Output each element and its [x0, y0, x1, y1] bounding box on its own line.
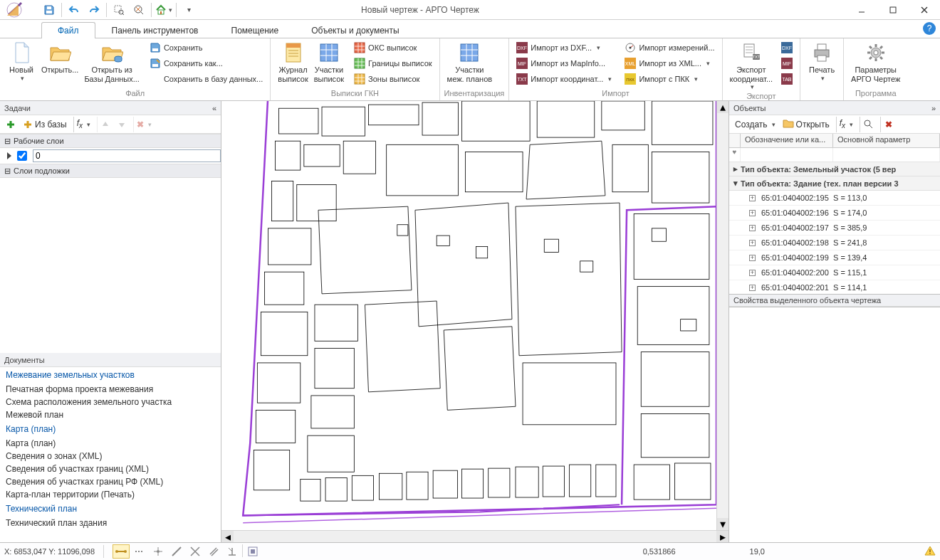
layer-name-input[interactable]	[33, 149, 221, 162]
doc-item[interactable]: Карта (план)	[0, 437, 221, 450]
import-meas-button[interactable]: Импорт измерений...	[622, 40, 717, 56]
snap-intersection-icon[interactable]	[187, 544, 204, 559]
settings-button[interactable]: Параметры АРГО Чертеж	[848, 40, 903, 85]
fx-obj-button[interactable]: fx	[836, 117, 856, 132]
canvas-vscroll[interactable]: ▴▾	[716, 101, 728, 530]
doc-group-karta[interactable]: Карта (план)	[0, 421, 221, 437]
maximize-button[interactable]	[877, 0, 909, 20]
qat-zoom-selection-icon[interactable]	[110, 2, 128, 18]
import-coords-button[interactable]: TXTИмпорт координат...	[513, 71, 615, 87]
open-button[interactable]: Открыть...	[38, 40, 81, 76]
canvas[interactable]	[221, 101, 716, 530]
import-pkk-button[interactable]: ПККИмпорт с ПКК	[622, 71, 717, 87]
obj-row[interactable]: +65:01:0404002:201S = 114,1	[729, 280, 940, 294]
export-dxf-button[interactable]: DXF	[778, 40, 795, 56]
delete-obj-button[interactable]: ✖	[880, 117, 896, 132]
close-button[interactable]	[909, 0, 940, 20]
qat-customize-icon[interactable]: ▾	[179, 2, 198, 18]
objects-filter-row[interactable]: ♥	[729, 148, 940, 162]
snap-parallel-icon[interactable]	[205, 544, 222, 559]
print-button[interactable]: Печать	[805, 40, 839, 83]
minimize-button[interactable]	[846, 0, 877, 20]
warning-icon[interactable]	[924, 545, 936, 558]
mez-parcels-button[interactable]: Участки меж. планов	[444, 40, 496, 85]
fx-button[interactable]: fx	[73, 117, 93, 132]
panel-collapse-icon[interactable]: «	[212, 104, 216, 112]
qat-undo-icon[interactable]	[65, 2, 83, 18]
layer-row[interactable]	[0, 148, 221, 164]
export-coords-button[interactable]: TXT Экспорт координат...	[727, 40, 776, 92]
doc-item[interactable]: Печатная форма проекта межевания	[0, 383, 221, 396]
doc-item[interactable]: Сведения об участках границ (XML)	[0, 463, 221, 475]
obj-row[interactable]: +65:01:0404002:196S = 174,0	[729, 206, 940, 221]
tab-objects-docs[interactable]: Объекты и документы	[295, 22, 415, 38]
obj-row[interactable]: +65:01:0404002:198S = 241,8	[729, 236, 940, 250]
doc-item[interactable]: Карта-план территории (Печать)	[0, 488, 221, 501]
svg-text:DXF: DXF	[782, 46, 792, 51]
bounds-icon[interactable]	[244, 544, 261, 559]
export-tab-button[interactable]: TAB	[778, 71, 795, 87]
doc-group-tech[interactable]: Технический план	[0, 501, 221, 517]
layer-visible-checkbox[interactable]	[17, 151, 27, 161]
tab-room[interactable]: Помещение	[215, 22, 296, 38]
col-main-param[interactable]: Основной параметр	[833, 134, 940, 147]
doc-item[interactable]: Межевой план	[0, 408, 221, 421]
qat-save-icon[interactable]	[40, 2, 58, 18]
snap-center-icon[interactable]	[150, 544, 167, 559]
snap-midpoint-icon[interactable]	[131, 544, 148, 559]
obj-row[interactable]: +65:01:0404002:200S = 115,1	[729, 265, 940, 280]
doc-group-mez[interactable]: Межевание земельных участков	[0, 367, 221, 383]
doc-item[interactable]: Технический план здания	[0, 517, 221, 529]
qat-home-icon[interactable]	[155, 2, 173, 18]
tab-tools-panel[interactable]: Панель инструментов	[95, 22, 215, 38]
dxf-out-icon: DXF	[781, 42, 793, 53]
tab-out-icon: TAB	[781, 73, 793, 85]
ribbon: Новый Открыть... Открыть из Базы Данных.…	[0, 38, 940, 101]
open-object-button[interactable]: Открыть	[780, 117, 832, 132]
baselayers-section[interactable]: ⊟Слои подложки	[0, 164, 221, 178]
borders-button[interactable]: Границы выписок	[351, 56, 434, 71]
snap-edge-icon[interactable]	[168, 544, 185, 559]
col-designation[interactable]: Обозначение или ка...	[741, 134, 833, 147]
canvas-hscroll[interactable]: ◂▸	[221, 530, 728, 542]
delete-button[interactable]: ✖	[133, 117, 155, 132]
zoom-to-button[interactable]	[860, 117, 877, 132]
qat-redo-icon[interactable]	[85, 2, 103, 18]
down-button[interactable]	[114, 117, 130, 132]
open-from-db-button[interactable]: Открыть из Базы Данных...	[81, 40, 142, 85]
snap-endpoint-icon[interactable]	[113, 544, 130, 559]
tab-file[interactable]: Файл	[41, 22, 95, 38]
doc-item[interactable]: Сведения о зонах (XML)	[0, 450, 221, 463]
import-dxf-button[interactable]: DXFИмпорт из DXF...	[513, 40, 615, 56]
add-layer-button[interactable]	[3, 117, 19, 132]
zones-button[interactable]: Зоны выписок	[351, 71, 434, 87]
from-db-button[interactable]: Из базы	[20, 117, 70, 132]
save-to-db-button[interactable]: Сохранить в базу данных...	[147, 71, 266, 87]
help-icon[interactable]: ?	[923, 22, 936, 35]
obj-row[interactable]: +65:01:0404002:197S = 385,9	[729, 221, 940, 236]
grid-icon	[318, 41, 340, 64]
obj-group-building[interactable]: ▾Тип объекта: Здание (тех. план версии 3	[729, 176, 940, 191]
up-button[interactable]	[97, 117, 113, 132]
panel-collapse-icon[interactable]: »	[931, 104, 936, 112]
save-button[interactable]: Сохранить	[147, 40, 266, 56]
save-as-button[interactable]: Сохранить как...	[147, 56, 266, 71]
doc-item[interactable]: Сведения об участках границ РФ (XML)	[0, 475, 221, 488]
export-mif-button[interactable]: MIF	[778, 56, 795, 71]
create-button[interactable]: Создать	[732, 117, 778, 132]
ribbon-group-gkn-label: Выписки ГКН	[275, 89, 434, 100]
import-xml-button[interactable]: XMLИмпорт из XML...	[622, 56, 717, 71]
doc-item[interactable]: Схема расположения земельного участка	[0, 396, 221, 408]
new-button[interactable]: Новый	[4, 40, 38, 83]
obj-group-land[interactable]: ▸Тип объекта: Земельный участок (5 вер	[729, 162, 940, 176]
obj-row[interactable]: +65:01:0404002:195S = 113,0	[729, 191, 940, 206]
qat-zoom-extents-icon[interactable]	[130, 2, 148, 18]
snap-perp-icon[interactable]	[224, 544, 241, 559]
obj-row[interactable]: +65:01:0404002:199S = 139,4	[729, 250, 940, 265]
import-mapinfo-button[interactable]: MIFИмпорт из MapInfo...	[513, 56, 615, 71]
parcels-button[interactable]: Участки выписок	[311, 40, 347, 85]
svg-rect-15	[355, 43, 365, 53]
layers-section[interactable]: ⊟Рабочие слои	[0, 134, 221, 148]
oks-button[interactable]: ОКС выписок	[351, 40, 434, 56]
journal-button[interactable]: Журнал выписок	[275, 40, 310, 85]
